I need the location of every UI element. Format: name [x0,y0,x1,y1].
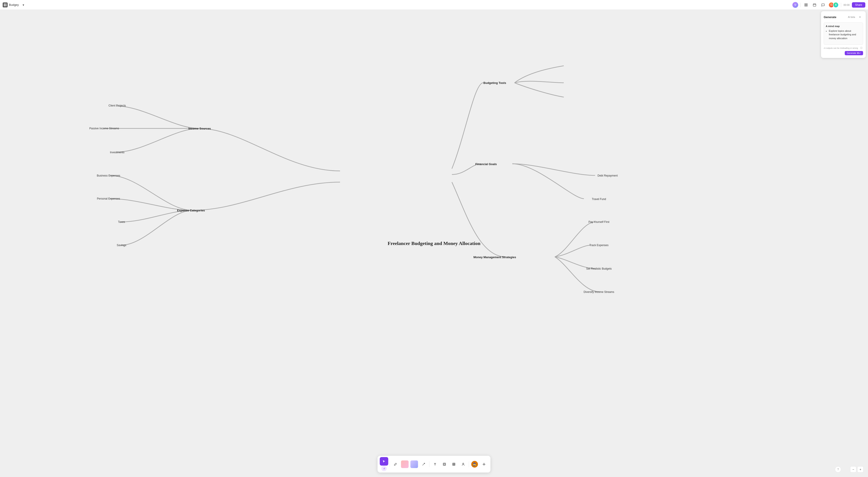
svg-rect-13 [444,464,445,465]
svg-rect-0 [4,4,5,5]
table-tool[interactable] [450,460,458,469]
ai-panel-title: Generate [824,16,836,19]
chat-button[interactable] [820,2,826,8]
text-tool-label: T [434,462,436,466]
ai-footer: AI outputs can be misleading or wrong ⓘ [824,47,863,50]
svg-rect-12 [443,463,446,465]
zoom-out-button[interactable]: − [850,466,856,473]
mindmap-svg [0,10,868,477]
svg-rect-3 [5,5,6,6]
ai-panel-header: Generate AI beta × [824,14,863,20]
topbar-right: U C A 00:00 Share [793,2,865,8]
separator [800,3,801,7]
svg-rect-2 [4,5,5,6]
multiplayer-avatars: C A [828,2,839,8]
people-tool[interactable] [459,460,468,469]
sticker-icon: 🧙 [471,461,478,468]
bottom-toolbar: ↺ T 🧙 [378,456,491,473]
ai-beta-badge: AI beta [848,16,855,18]
arrow-tool[interactable] [420,460,428,469]
text-tool[interactable]: T [431,460,439,469]
disclaimer-icon: ⓘ [860,47,862,50]
help-button[interactable]: ? [835,466,841,473]
topbar-left: Budgey ▾ [3,2,26,8]
select-tool[interactable] [380,457,389,466]
select-tool-group: ↺ [380,457,389,471]
svg-point-19 [463,463,464,464]
app-icon [3,2,8,7]
version-indicator: 00:00 [843,4,850,6]
shape-tool[interactable] [401,460,409,469]
select-tool-sub: ↺ [381,466,387,471]
svg-rect-8 [813,4,816,6]
app-menu-button[interactable]: ▾ [20,2,26,8]
sticker-tool[interactable]: 🧙 [470,460,479,469]
share-button[interactable]: Share [852,2,865,8]
ai-content-type: A mind map [826,24,861,28]
ellipse-tool[interactable] [410,460,418,469]
grid-view-button[interactable] [803,2,809,8]
ai-generate-row: Generate ⌘↵ [824,51,863,55]
pen-tool[interactable] [391,460,400,469]
ai-close-button[interactable]: × [857,14,863,20]
frame-tool[interactable] [440,460,449,469]
ai-content-item: Explore topics about freelancer budgetin… [829,29,861,40]
ai-panel: Generate AI beta × A mind map Explore to… [821,11,866,58]
app-title: Budgey [9,3,19,6]
svg-rect-6 [805,5,806,6]
user-avatar: U [793,2,798,8]
svg-rect-14 [453,463,455,465]
svg-rect-7 [806,5,807,6]
ai-content-list: Explore topics about freelancer budgetin… [829,29,861,40]
zoom-in-button[interactable]: + [857,466,864,473]
topbar: Budgey ▾ U C A 00:00 Share [0,0,868,10]
add-tool[interactable] [480,460,488,469]
canvas: Freelancer Budgeting and Money Allocatio… [0,10,868,477]
toolbar-separator-2 [429,461,430,467]
ai-disclaimer: AI outputs can be misleading or wrong [824,47,860,49]
svg-rect-1 [5,4,6,5]
zoom-controls: − + [850,466,864,473]
svg-rect-5 [806,4,807,5]
ai-content-box: A mind map Explore topics about freelanc… [824,22,863,45]
generate-button[interactable]: Generate ⌘↵ [845,51,863,55]
svg-rect-4 [805,4,806,5]
collab-avatar-2: A [833,2,839,8]
calendar-button[interactable] [811,2,818,8]
